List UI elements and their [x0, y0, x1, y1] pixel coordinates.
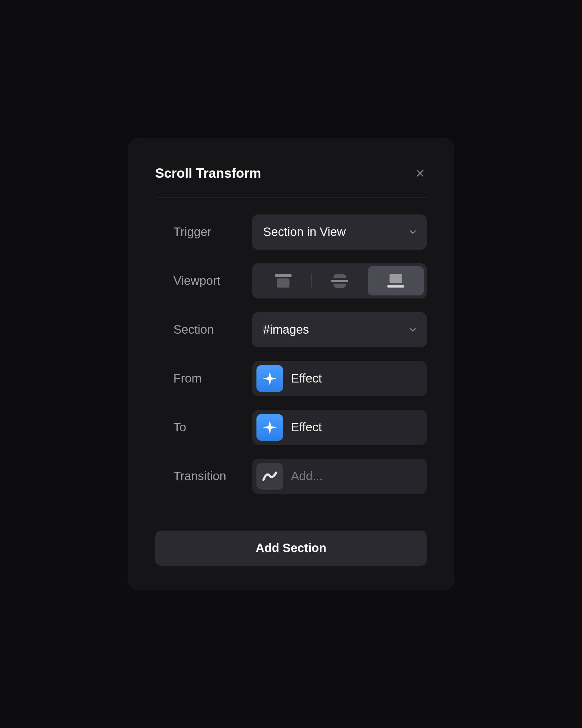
from-value: Effect — [291, 371, 322, 385]
to-effect-field[interactable]: Effect — [252, 410, 427, 445]
section-value: #images — [263, 323, 309, 336]
curve-icon-box — [256, 463, 283, 490]
transition-row: Transition Add... — [155, 459, 427, 494]
trigger-select[interactable]: Section in View — [252, 214, 427, 250]
trigger-label: Trigger — [155, 225, 252, 239]
panel-header: Scroll Transform — [155, 165, 427, 198]
scroll-transform-panel: Scroll Transform Trigger Section in View — [128, 138, 454, 590]
align-middle-icon — [331, 274, 348, 288]
panel-title: Scroll Transform — [155, 165, 261, 181]
section-row: Section #images — [155, 312, 427, 347]
from-row: From Effect — [155, 361, 427, 396]
viewport-label: Viewport — [155, 274, 252, 288]
align-top-icon — [275, 274, 292, 288]
chevron-down-icon — [408, 325, 418, 335]
trigger-row: Trigger Section in View — [155, 214, 427, 250]
section-label: Section — [155, 323, 252, 336]
add-section-button[interactable]: Add Section — [155, 530, 427, 566]
close-icon — [415, 168, 425, 178]
form-section: Trigger Section in View Viewport — [155, 214, 427, 512]
align-bottom-icon — [387, 274, 405, 288]
effect-icon-box — [256, 365, 283, 392]
trigger-value: Section in View — [263, 225, 346, 239]
curve-icon — [262, 470, 277, 482]
to-label: To — [155, 420, 252, 434]
sparkle-icon — [261, 419, 278, 436]
effect-icon-box — [256, 414, 283, 441]
viewport-option-middle[interactable] — [312, 266, 368, 295]
transition-field[interactable]: Add... — [252, 459, 427, 494]
viewport-segmented-control — [252, 263, 427, 298]
from-label: From — [155, 371, 252, 385]
viewport-option-bottom[interactable] — [368, 266, 424, 295]
section-select[interactable]: #images — [252, 312, 427, 347]
viewport-row: Viewport — [155, 263, 427, 298]
from-effect-field[interactable]: Effect — [252, 361, 427, 396]
transition-placeholder: Add... — [291, 469, 323, 483]
transition-label: Transition — [155, 469, 252, 483]
sparkle-icon — [261, 370, 278, 387]
chevron-down-icon — [408, 227, 418, 237]
viewport-option-top[interactable] — [255, 266, 311, 295]
to-value: Effect — [291, 420, 322, 434]
to-row: To Effect — [155, 410, 427, 445]
close-button[interactable] — [413, 166, 427, 180]
